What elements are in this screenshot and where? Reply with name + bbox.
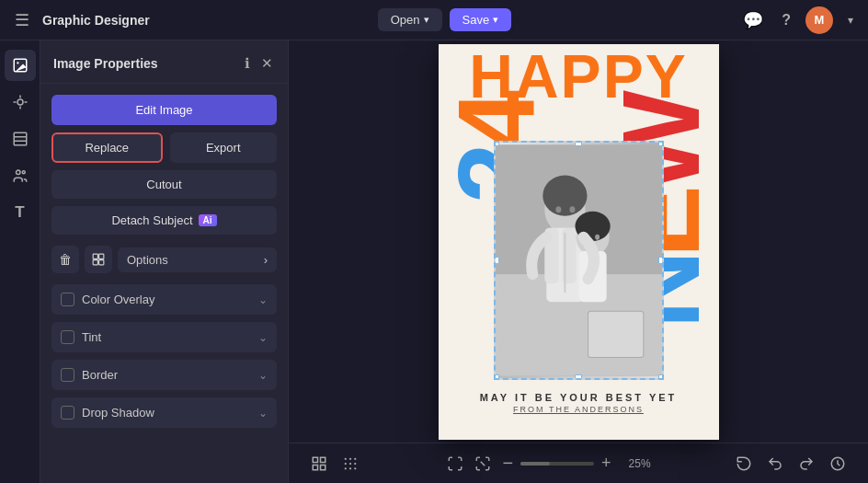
may-it-text: MAY IT BE YOUR BEST YET: [439, 392, 719, 403]
topbar-right: 💬 ? M ▾: [739, 6, 857, 34]
handle-bl[interactable]: [494, 374, 499, 380]
rail-people-icon[interactable]: [5, 160, 36, 191]
svg-point-2: [17, 99, 23, 105]
rail-text-icon[interactable]: T: [5, 197, 36, 228]
handle-mr[interactable]: [658, 257, 664, 264]
trash-icon[interactable]: 🗑: [51, 246, 79, 273]
tint-checkbox[interactable]: [61, 330, 74, 344]
fit-screen-icon[interactable]: [471, 452, 495, 476]
layers-icon[interactable]: [85, 246, 112, 273]
zoom-in-icon[interactable]: +: [598, 450, 615, 477]
topbar-center: Open ▾ Save ▾: [378, 8, 511, 31]
panel-header-icons: ℹ ✕: [243, 53, 275, 74]
border-chevron-icon: ⌄: [258, 369, 268, 382]
export-button[interactable]: Export: [170, 132, 278, 163]
handle-tl[interactable]: [494, 141, 499, 146]
rail-image-icon[interactable]: [5, 50, 36, 81]
open-button[interactable]: Open ▾: [378, 8, 442, 31]
icon-rail: T: [0, 40, 40, 483]
drop-shadow-row[interactable]: Drop Shadow ⌄: [51, 397, 277, 428]
svg-rect-8: [93, 254, 97, 259]
save-button[interactable]: Save ▾: [450, 8, 512, 31]
svg-point-36: [349, 462, 351, 464]
zoom-slider[interactable]: [520, 462, 594, 466]
drop-shadow-checkbox[interactable]: [61, 406, 74, 420]
main: T Image Properties ℹ ✕ Edit Image Replac…: [0, 40, 868, 483]
undo-icon[interactable]: [763, 452, 787, 476]
hamburger-menu-icon[interactable]: ☰: [11, 6, 33, 34]
panel-header: Image Properties ℹ ✕: [40, 40, 288, 84]
history-icon[interactable]: [826, 452, 850, 476]
bottom-toolbar-right: [732, 452, 850, 476]
handle-tm[interactable]: [575, 141, 582, 146]
svg-rect-9: [99, 254, 104, 259]
avatar[interactable]: M: [805, 6, 833, 34]
panel-body: Edit Image Replace Export Cutout Detach …: [40, 84, 288, 439]
svg-point-39: [349, 467, 351, 469]
redo-icon[interactable]: [794, 452, 818, 476]
svg-point-23: [569, 206, 575, 213]
comment-icon[interactable]: 💬: [739, 6, 767, 34]
svg-rect-14: [588, 311, 643, 357]
rail-layers-icon[interactable]: [5, 123, 36, 155]
photo-content: [496, 143, 662, 378]
drop-shadow-chevron-icon: ⌄: [258, 407, 268, 420]
svg-point-32: [345, 457, 347, 459]
help-icon[interactable]: ?: [778, 8, 794, 32]
svg-point-26: [595, 234, 600, 239]
color-overlay-row[interactable]: Color Overlay ⌄: [51, 284, 277, 315]
from-text: FROM THE ANDERSONS: [439, 405, 719, 414]
cutout-button[interactable]: Cutout: [51, 170, 277, 199]
layout-dots-icon[interactable]: [338, 452, 362, 476]
svg-point-38: [345, 467, 347, 469]
svg-point-37: [354, 462, 356, 464]
color-overlay-checkbox[interactable]: [61, 293, 74, 306]
app-title: Graphic Designer: [42, 13, 150, 28]
svg-point-35: [345, 462, 347, 464]
options-button[interactable]: Options ›: [118, 247, 277, 272]
detach-subject-button[interactable]: Detach Subject Ai: [51, 206, 277, 235]
close-panel-icon[interactable]: ✕: [259, 53, 275, 74]
account-chevron-icon[interactable]: ▾: [844, 10, 857, 30]
svg-rect-11: [99, 260, 104, 265]
zoom-level: 25%: [619, 457, 651, 470]
design-card: HAPPY 24 YEAR NEW: [439, 44, 719, 440]
panel-title: Image Properties: [53, 56, 158, 71]
handle-tr[interactable]: [658, 141, 664, 146]
layout-grid-icon[interactable]: [307, 452, 331, 476]
tint-row[interactable]: Tint ⌄: [51, 322, 277, 352]
bottom-text: MAY IT BE YOUR BEST YET FROM THE ANDERSO…: [439, 392, 719, 414]
canvas-container: HAPPY 24 YEAR NEW: [289, 40, 868, 443]
rotate-left-icon[interactable]: [732, 452, 756, 476]
rail-shapes-icon[interactable]: [5, 86, 36, 118]
svg-point-22: [555, 206, 561, 213]
border-checkbox[interactable]: [61, 368, 74, 382]
svg-line-41: [481, 461, 485, 466]
handle-bm[interactable]: [575, 374, 582, 380]
ai-badge: Ai: [199, 214, 217, 226]
svg-rect-10: [93, 260, 97, 265]
color-overlay-chevron-icon: ⌄: [258, 293, 268, 306]
color-overlay-label: Color Overlay: [82, 293, 154, 306]
edit-image-button[interactable]: Edit Image: [51, 95, 277, 125]
zoom-slider-fill: [520, 462, 550, 466]
fullscreen-icon[interactable]: [443, 452, 467, 476]
zoom-out-icon[interactable]: −: [498, 449, 517, 477]
svg-point-7: [22, 171, 25, 174]
canvas-area: HAPPY 24 YEAR NEW: [289, 40, 868, 483]
photo-frame[interactable]: [494, 141, 664, 380]
replace-export-row: Replace Export: [51, 132, 277, 163]
topbar-left: ☰ Graphic Designer: [11, 6, 150, 34]
svg-point-33: [349, 457, 351, 459]
info-icon[interactable]: ℹ: [243, 53, 252, 74]
border-row[interactable]: Border ⌄: [51, 360, 277, 390]
svg-rect-28: [313, 457, 317, 462]
svg-rect-29: [321, 457, 326, 462]
bottom-toolbar: − + 25%: [289, 443, 868, 483]
svg-point-6: [16, 170, 20, 175]
bottom-toolbar-center: − + 25%: [443, 449, 650, 477]
handle-br[interactable]: [658, 374, 664, 380]
handle-ml[interactable]: [494, 257, 499, 264]
replace-button[interactable]: Replace: [51, 132, 163, 163]
svg-point-34: [354, 457, 356, 459]
